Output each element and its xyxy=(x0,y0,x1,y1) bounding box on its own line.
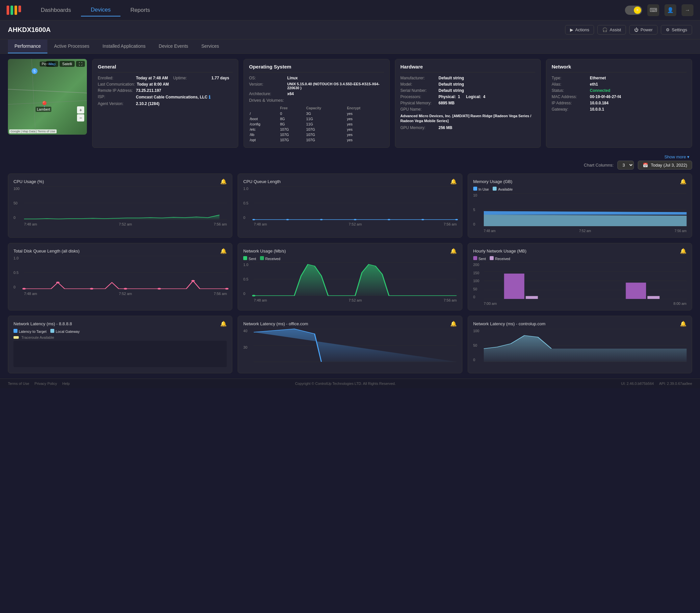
memory-usage-bell[interactable]: 🔔 xyxy=(680,179,687,185)
nav-items: Dashboards Devices Reports xyxy=(31,4,625,16)
latency-office-bell[interactable]: 🔔 xyxy=(450,321,457,327)
latency-office-area: 40 30 xyxy=(243,329,457,368)
map-zoom-out[interactable]: − xyxy=(77,114,84,121)
gpu-mem-value: 256 MB xyxy=(439,126,452,130)
user-icon-btn[interactable]: 👤 xyxy=(664,4,676,16)
last-comm-row: Last Communication: Today at 8:00 AM xyxy=(98,82,233,87)
tab-device-events[interactable]: Device Events xyxy=(152,39,195,53)
table-row: /03Gyes xyxy=(250,111,383,116)
cpu-queue-svg-wrap xyxy=(254,187,457,220)
svg-point-13 xyxy=(320,219,323,220)
version-label: Version: xyxy=(249,82,285,90)
tab-installed-applications[interactable]: Installed Applications xyxy=(96,39,153,53)
app-logo xyxy=(6,5,21,15)
tab-performance[interactable]: Performance xyxy=(8,39,48,53)
cpu-usage-header: CPU Usage (%) 🔔 xyxy=(13,179,227,185)
map-view-btn[interactable]: Map xyxy=(46,61,58,67)
terms-link[interactable]: Terms of Use xyxy=(8,381,29,386)
power-button[interactable]: ⏻ Power xyxy=(629,25,658,35)
footer: Terms of Use Privacy Policy Help Copyrig… xyxy=(0,379,700,388)
col-free: Free xyxy=(280,105,305,110)
latency-office-svg xyxy=(254,329,457,362)
date-picker-btn[interactable]: 📅 Today (Jul 3, 2022) xyxy=(638,161,692,170)
processors-row: Processors: Physical: 1 Logical: 4 xyxy=(400,94,536,99)
fullscreen-btn[interactable]: ⛶ xyxy=(76,61,85,67)
cpu-queue-svg xyxy=(254,187,457,220)
disk-queue-bell[interactable]: 🔔 xyxy=(220,248,227,254)
gpu-name-value: Advanced Micro Devices, Inc. [AMD/ATI] R… xyxy=(400,114,536,124)
chart-columns-select[interactable]: 3 2 1 xyxy=(617,161,634,170)
tab-active-processes[interactable]: Active Processes xyxy=(48,39,96,53)
footer-copyright: Copyright © ControlUp Technologies LTD. … xyxy=(295,381,396,386)
arch-label: Architecture: xyxy=(249,92,285,96)
latency-controlup-svg xyxy=(484,329,687,362)
hourly-bell[interactable]: 🔔 xyxy=(680,248,687,254)
nav-devices[interactable]: Devices xyxy=(81,4,120,16)
tab-services[interactable]: Services xyxy=(195,39,226,53)
col-encrypt: Encrypt xyxy=(347,105,383,110)
model-value: Default string xyxy=(439,82,464,87)
assist-button[interactable]: 🎧 Assist xyxy=(597,25,626,35)
disk-y-labels: 1.0 0.5 0 xyxy=(13,256,23,289)
net-alias-label: Alias: xyxy=(552,82,588,87)
latency-controlup-header: Network Latency (ms) - controlup.com 🔔 xyxy=(473,321,687,327)
svg-point-29 xyxy=(90,288,93,290)
settings-button[interactable]: ⚙ Settings xyxy=(661,25,692,35)
legend-available: Available xyxy=(493,187,512,191)
table-cell: 3G xyxy=(306,111,346,116)
chart-controls: Chart Columns: 3 2 1 📅 Today (Jul 3, 202… xyxy=(8,161,692,170)
actions-button[interactable]: ▶ Actions xyxy=(565,25,594,35)
cpu-queue-x-labels: 7:48 am 7:52 am 7:56 am xyxy=(254,222,457,226)
satellite-view-btn[interactable]: Satelli xyxy=(60,61,75,67)
help-link[interactable]: Help xyxy=(62,381,70,386)
physical-label: Physical: xyxy=(439,94,456,99)
keyboard-icon-btn[interactable]: ⌨ xyxy=(647,4,659,16)
nav-reports[interactable]: Reports xyxy=(120,4,160,16)
cpu-usage-bell[interactable]: 🔔 xyxy=(220,179,227,185)
privacy-link[interactable]: Privacy Policy xyxy=(35,381,57,386)
network-usage-bell[interactable]: 🔔 xyxy=(450,248,457,254)
hourly-area: 200 150 100 50 0 xyxy=(473,263,687,305)
table-row: /lib107G107Gyes xyxy=(250,132,383,137)
network-card: Network Type: Ethernet Alias: eth1 Statu… xyxy=(546,59,692,148)
hourly-y-labels: 200 150 100 50 0 xyxy=(473,263,483,299)
traceroute-dot xyxy=(13,336,19,339)
legend-hourly-sent: Sent xyxy=(473,256,486,261)
nav-dashboards[interactable]: Dashboards xyxy=(31,4,81,16)
ip-value: 10.0.0.184 xyxy=(590,101,608,105)
memory-legend: In Use Available xyxy=(473,187,687,191)
cpu-queue-bell[interactable]: 🔔 xyxy=(450,179,457,185)
general-card: General Enrolled: Today at 7:48 AM Uptim… xyxy=(92,59,238,148)
hourly-svg-wrap xyxy=(484,263,687,299)
theme-toggle[interactable]: ☀ xyxy=(625,5,642,15)
table-cell: /config xyxy=(250,122,279,127)
legend-latency-target: Latency to Target xyxy=(13,329,47,334)
table-cell: 11G xyxy=(306,122,346,127)
logout-icon-btn[interactable]: → xyxy=(682,4,694,16)
gateway-label: Gateway: xyxy=(552,107,588,112)
cpu-queue-y-labels: 1.0 0.5 0 xyxy=(243,187,252,220)
logo-bar-red2 xyxy=(18,5,21,12)
disk-queue-title: Total Disk Queue Length (all disks) xyxy=(13,249,80,253)
map-roads xyxy=(8,59,87,135)
table-cell: 107G xyxy=(306,132,346,137)
device-title: AHKDX1600A xyxy=(8,26,51,34)
map-zoom-in[interactable]: + xyxy=(77,106,84,114)
footer-links: Terms of Use Privacy Policy Help xyxy=(8,381,70,386)
latency-888-title: Network Latency (ms) - 8.8.8.8 xyxy=(13,321,72,326)
enrolled-value: Today at 7:48 AM xyxy=(136,76,168,80)
isp-row: ISP: Comcast Cable Communications, LLC ℹ xyxy=(98,94,233,100)
table-cell: 107G xyxy=(280,127,305,132)
legend-local-gw: Local Gateway xyxy=(50,329,80,334)
memory-row: Physical Memory: 6895 MB xyxy=(400,101,536,105)
table-cell: yes xyxy=(347,127,383,132)
show-more-btn[interactable]: Show more ▾ xyxy=(8,153,692,161)
disk-svg xyxy=(24,256,227,289)
info-row: Pioneer Map Satelli ⛶ 5 📍 Lambert + − Go… xyxy=(8,59,692,148)
latency-controlup-bell[interactable]: 🔔 xyxy=(680,321,687,327)
latency-controlup-area: 100 50 0 xyxy=(473,329,687,368)
latency-888-bell[interactable]: 🔔 xyxy=(220,321,227,327)
net-status-label: Status: xyxy=(552,88,588,93)
os-label: OS: xyxy=(249,76,285,80)
network-usage-chart: Network Usage (Mb/s) 🔔 Sent Received 1.0… xyxy=(238,243,462,311)
